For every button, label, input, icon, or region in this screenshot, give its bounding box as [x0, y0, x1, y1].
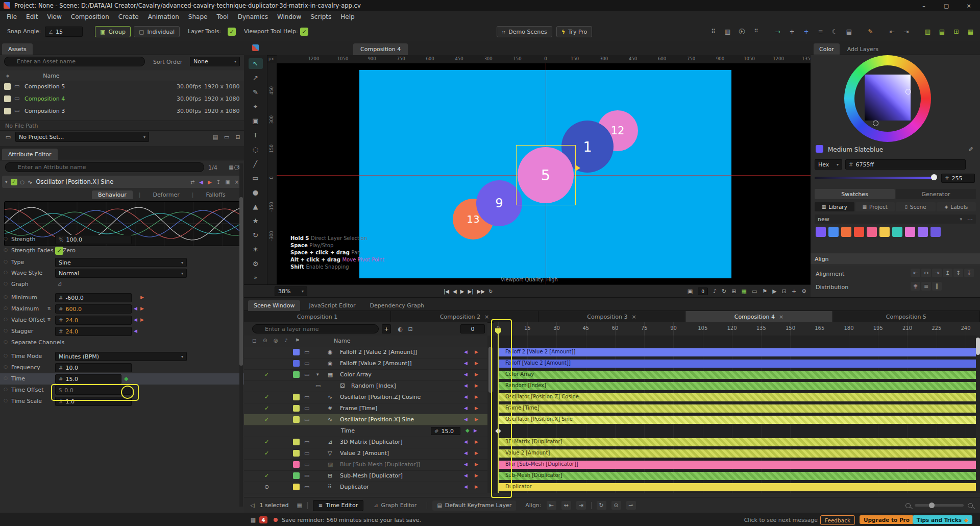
hex-value-field[interactable]: # 6755ff — [845, 159, 966, 170]
prev-keyframe-arrow[interactable]: ◀ — [134, 328, 137, 333]
layer-row-oscillator-position-x-sine[interactable]: ✓▭∿Oscillator [Position.X] Sine◀▶ — [244, 414, 487, 426]
eyedropper-icon[interactable]: ✎ — [967, 145, 975, 153]
layer-row-frame-time[interactable]: ✓▭#Frame [Time]◀▶ — [244, 403, 487, 415]
align-right-icon[interactable]: ⇥ — [902, 28, 911, 35]
attr-socket-icon[interactable]: ○ — [4, 294, 8, 299]
list-icon[interactable]: ▤ — [845, 28, 853, 35]
attr-field-minimum[interactable]: #-600.0 — [55, 293, 132, 302]
layer-row-3d-matrix-duplicator[interactable]: ✓▭⊿3D Matrix [Duplicator]◀▶ — [244, 437, 487, 448]
expand-tools-icon[interactable]: » — [249, 273, 263, 282]
color-swatch-9[interactable] — [930, 227, 941, 237]
sv-marker[interactable] — [905, 89, 911, 94]
target-tool[interactable]: ⌖ — [249, 101, 263, 112]
align-left-icon[interactable]: ⇤ — [911, 269, 920, 277]
next-keyframe-arrow[interactable]: ▶ — [475, 484, 478, 489]
timeline-bar-sub-mesh-duplicator[interactable]: Sub-Mesh [Duplicator] — [498, 472, 977, 480]
attr-tab-deformer[interactable]: Deformer — [147, 190, 186, 199]
close-tab-icon[interactable]: × — [779, 314, 783, 320]
keyframe-diamond-icon[interactable]: ◆ — [124, 375, 128, 382]
align-middle-v-icon[interactable]: ↕ — [953, 269, 963, 277]
next-keyframe-arrow[interactable]: ▶ — [140, 317, 144, 322]
align-bottom-icon[interactable]: ↧ — [964, 269, 974, 277]
align-start-icon[interactable]: ⇤ — [547, 501, 556, 510]
library-button-library[interactable]: ▥Library — [815, 202, 854, 211]
asset-row-composition-3[interactable]: ▭Composition 330.00fps1920 x 1080 — [0, 105, 244, 117]
viewport-settings-icon[interactable]: ⚙ — [801, 288, 806, 295]
menu-scripts[interactable]: Scripts — [306, 11, 336, 22]
layer-enabled-checkbox[interactable]: ✓ — [264, 394, 269, 400]
dots-icon[interactable]: ⠛ — [752, 28, 761, 35]
zoom-out-icon[interactable] — [905, 503, 911, 508]
ellipse-tool[interactable]: ● — [249, 187, 263, 198]
asset-search-input[interactable] — [4, 57, 145, 66]
alpha-field[interactable]: # 255 — [941, 174, 975, 183]
monitor-icon[interactable]: ▭ — [223, 133, 231, 141]
forward-arrow-icon[interactable]: → — [773, 28, 782, 35]
menu-view[interactable]: View — [42, 11, 66, 22]
text-tool[interactable]: T — [249, 130, 263, 140]
moon-icon[interactable]: ☾ — [830, 28, 839, 35]
timeline-bar-random-index[interactable]: Random [Index] — [498, 382, 977, 390]
menu-dynamics[interactable]: Dynamics — [233, 11, 273, 22]
prev-keyframe-arrow[interactable]: ◀ — [134, 317, 137, 322]
attr-field-time-scale[interactable]: #1.0 — [55, 397, 132, 406]
next-attr-icon[interactable]: ▶ — [208, 179, 212, 185]
attr-socket-icon[interactable]: ○ — [4, 305, 8, 310]
color-swatch-2[interactable] — [841, 227, 851, 237]
scrollbar-thumb[interactable] — [488, 347, 493, 393]
zoom-slider-thumb[interactable] — [929, 503, 935, 508]
menu-create[interactable]: Create — [114, 11, 143, 22]
layer-row-value-2-amount[interactable]: ✓▭▽Value 2 [Amount]◀▶ — [244, 448, 487, 460]
polygon-tool[interactable]: ▲ — [249, 201, 263, 212]
layer-enabled-checkbox[interactable]: ✓ — [264, 450, 269, 457]
timeline-bar-blur-sub-mesh-duplicator[interactable]: Blur [Sub-Mesh [Duplicator]] — [498, 461, 977, 469]
attr-socket-icon[interactable]: ○ — [4, 339, 8, 344]
grid-icon[interactable]: ⊞ — [952, 28, 961, 35]
color-swatch-0[interactable] — [816, 227, 826, 237]
timeline-bar-color-array[interactable]: Color Array — [498, 371, 977, 379]
refresh-icon[interactable]: ↻ — [722, 288, 726, 295]
frame-count[interactable]: 0 — [698, 288, 708, 295]
menu-tool[interactable]: Tool — [212, 11, 233, 22]
align-left-icon[interactable]: ⇤ — [888, 28, 896, 35]
list-small-icon[interactable]: ▦ — [297, 502, 302, 509]
individual-mode-button[interactable]: ▢ Individual — [134, 26, 180, 37]
menu-window[interactable]: Window — [273, 11, 306, 22]
timeline-ruler[interactable]: 0153045607590105120135150165180195210225… — [494, 322, 980, 336]
box-select-tool[interactable]: ↗ — [249, 73, 263, 83]
attr-field-time[interactable]: #15.0 — [55, 374, 121, 384]
layer-color-swatch[interactable] — [293, 472, 300, 479]
attr-socket-icon[interactable]: ○ — [4, 353, 8, 358]
snapshot-icon[interactable]: ⊡ — [782, 288, 787, 295]
pen-tool[interactable]: ✎ — [249, 87, 263, 98]
panel-icon[interactable]: ▥ — [723, 28, 732, 35]
prev-keyframe-arrow[interactable]: ◀ — [464, 473, 468, 478]
prev-frame-button[interactable]: ◀ — [453, 289, 457, 294]
rotate-tool[interactable]: ↻ — [249, 230, 263, 241]
prev-keyframe-arrow[interactable]: ◀ — [464, 361, 468, 366]
layer-visibility-icon[interactable]: ▭ — [304, 371, 309, 378]
prev-keyframe-arrow[interactable]: ◀ — [464, 450, 468, 456]
attr-select-wave-style[interactable]: Normal▾ — [55, 269, 187, 278]
expand-arrow-icon[interactable]: ▾ — [316, 372, 319, 377]
feedback-button[interactable]: Feedback — [820, 515, 855, 525]
color-swatch-8[interactable] — [918, 227, 928, 237]
distribute-h-icon[interactable]: ⋕ — [911, 282, 920, 291]
frame-icon[interactable]: Ⓕ — [738, 28, 746, 36]
maximize-button[interactable]: ▢ — [935, 0, 958, 11]
node-header[interactable]: ▾ ✓ ○ ∿ Oscillator [Position.X] Sine ⇄◀▶… — [2, 176, 242, 188]
chevron-down-icon[interactable]: ▾ — [960, 217, 962, 222]
layer-visibility-icon[interactable]: ▭ — [304, 439, 309, 445]
rectangle-tool[interactable]: ▭ — [249, 173, 263, 183]
prev-keyframe-arrow[interactable]: ◀ — [464, 349, 468, 354]
snap-icon[interactable]: ⊙ — [611, 501, 621, 510]
timeline-bar-falloff-value-2-amount[interactable]: Falloff [Value 2 [Amount]] — [498, 360, 977, 368]
assets-tab[interactable]: Assets — [2, 43, 33, 55]
play-small-icon[interactable]: ▶ — [772, 288, 776, 295]
layout-icon[interactable]: ⇄ — [190, 179, 194, 185]
prev-keyframe-arrow[interactable]: ◀ — [464, 394, 468, 399]
menu-file[interactable]: File — [2, 11, 21, 22]
timeline-bar-oscillator-position-x-sine[interactable]: Oscillator [Position.X] Sine — [498, 416, 977, 424]
layer-row-time[interactable]: Time#15.0◆▶ — [244, 425, 487, 437]
prev-keyframe-arrow[interactable]: ◀ — [134, 306, 137, 311]
